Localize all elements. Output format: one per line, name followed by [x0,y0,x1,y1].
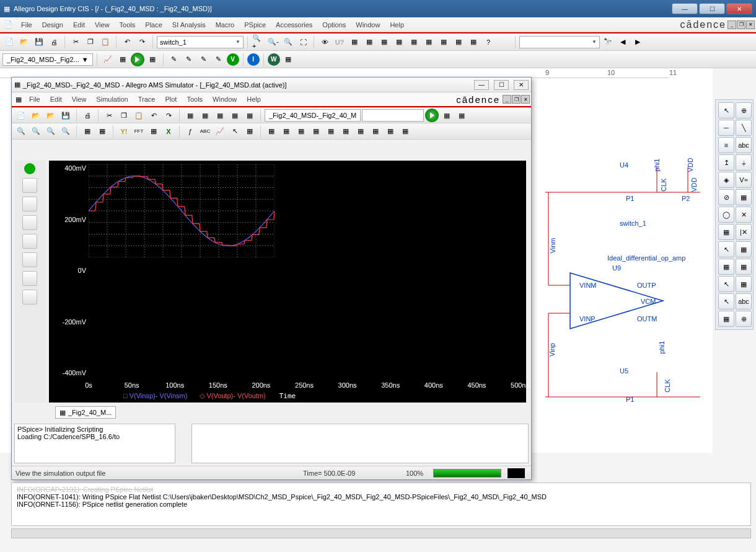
log-scrollbar[interactable] [11,528,751,538]
nav-prev-icon[interactable]: ◀ [616,35,630,49]
session-log[interactable]: INFO(ORCAP-2191): Creating PSpice Netlis… [11,483,751,526]
sim-fft-icon[interactable]: FFT [132,125,146,138]
sim-c8-icon[interactable]: ▦ [369,125,382,138]
wire-tool-icon[interactable]: ─ [718,120,734,136]
sim-lp-3[interactable] [22,215,37,230]
sim-mdi-min[interactable]: _ [503,95,511,104]
sim-menu-trace[interactable]: Trace [133,94,160,104]
netlist-icon[interactable]: ▦ [363,35,376,49]
menu-options[interactable]: Options [317,19,351,30]
sim-c1-icon[interactable]: ▦ [265,125,278,138]
sim-c2-icon[interactable]: ▦ [279,125,293,138]
undo-icon[interactable]: ↶ [120,35,134,49]
paste-icon[interactable]: 📋 [99,35,112,49]
sim-profile-combo[interactable]: _Fig2_40_MSD-_Fig2_40_M [265,109,361,122]
rect-tool-icon[interactable]: |✕ [736,224,752,240]
pal-e-icon[interactable]: ▦ [718,311,734,327]
mdi-restore[interactable]: ❐ [737,20,745,29]
sim-pause-icon[interactable]: ▦ [455,109,468,122]
sim-settings-icon[interactable]: ▦ [116,53,130,66]
sim-log-icon[interactable]: ▦ [81,125,94,138]
cut-icon[interactable]: ✂ [69,35,82,49]
sim-stop-icon[interactable]: ▦ [440,109,454,122]
print-icon[interactable]: 🖨 [47,35,61,49]
menu-edit[interactable]: Edit [68,19,90,30]
prop-icon[interactable]: ▦ [452,35,465,49]
nav-next-icon[interactable]: ▶ [631,35,644,49]
sim-lp-1[interactable] [22,178,37,193]
marker-w-icon[interactable]: W [268,53,280,66]
menu-tools[interactable]: Tools [115,19,141,30]
sim-paste-icon[interactable]: 📋 [132,109,146,122]
sim-save-icon[interactable]: 💾 [59,109,73,122]
menu-pspice[interactable]: PSpice [239,19,271,30]
zoom-in-icon[interactable]: 🔍+ [252,35,265,49]
menu-view[interactable]: View [90,19,115,30]
sim-t3-icon[interactable]: ▦ [213,109,227,122]
sim-zfit-icon[interactable]: 🔍 [59,125,73,138]
sim-perf-icon[interactable]: ▦ [147,125,160,138]
menu-accessories[interactable]: Accessories [271,19,317,30]
part-tool-icon[interactable]: ⊕ [736,102,752,118]
sim-t4-icon[interactable]: ▦ [228,109,242,122]
new-icon[interactable]: 📄 [2,35,16,49]
sim-zout-icon[interactable]: 🔍 [29,125,43,138]
help-icon[interactable]: ? [481,35,495,49]
sim-c3-icon[interactable]: ▦ [294,125,308,138]
u-icon[interactable]: U? [333,35,346,49]
sim-t1-icon[interactable]: ▦ [183,109,197,122]
search-combo[interactable]: ▼ [519,36,600,48]
sim-new-icon[interactable]: 📄 [14,109,28,122]
sim-cut-icon[interactable]: ✂ [102,109,116,122]
sim-expr-input[interactable] [362,109,424,122]
sim-watch-panel[interactable] [191,424,529,463]
sim-maximize-button[interactable]: ☐ [494,80,509,90]
poly-tool-icon[interactable]: ▦ [718,259,734,275]
sim-minimize-button[interactable]: — [474,80,489,90]
net-tool-icon[interactable]: ╲ [736,120,752,136]
menu-place[interactable]: Place [140,19,167,30]
annotate-icon[interactable]: 👁 [318,35,332,49]
sim-undo-icon[interactable]: ↶ [147,109,160,122]
sim-eval-icon[interactable]: ƒ [183,125,197,138]
maximize-button[interactable]: ☐ [699,3,725,14]
sim-c7-icon[interactable]: ▦ [354,125,367,138]
junction-tool-icon[interactable]: abc [736,137,752,153]
sim-trace-icon[interactable]: 📈 [213,125,227,138]
sim-zin-icon[interactable]: 🔍 [14,125,28,138]
sim-text-icon[interactable]: ABC [198,125,212,138]
sim-c10-icon[interactable]: ▦ [398,125,412,138]
sim-menu-help[interactable]: Help [242,94,266,104]
ground-tool-icon[interactable]: ⏚ [736,154,752,171]
zoom-out-icon[interactable]: 🔍- [266,35,280,49]
sim-open-icon[interactable]: 📂 [29,109,43,122]
save-icon[interactable]: 💾 [32,35,46,49]
redo-icon[interactable]: ↷ [135,35,149,49]
waveform-plot[interactable]: 400mV 200mV 0V -200mV -400mV 0s50ns100ns… [49,161,526,403]
mdi-minimize[interactable]: _ [727,20,736,29]
probe-i-icon[interactable]: ✎ [182,53,196,66]
grid-icon[interactable]: ▦ [407,35,421,49]
minimize-button[interactable]: — [672,3,698,14]
sim-run-button[interactable] [425,109,439,122]
menu-macro[interactable]: Macro [211,19,240,30]
marker-i-icon[interactable]: I [247,53,260,66]
pal-f-icon[interactable]: ⊕ [736,311,752,327]
offpage-tool-icon[interactable]: V≈ [736,172,752,188]
crossref-icon[interactable]: ▦ [392,35,406,49]
sim-c9-icon[interactable]: ▦ [384,125,397,138]
sim-mark-icon[interactable]: ▦ [243,125,257,138]
sim-lp-5[interactable] [22,252,37,267]
pin-tool-icon[interactable]: ◯ [718,207,734,223]
hierblock-tool-icon[interactable]: ▦ [736,189,752,205]
sim-zarea-icon[interactable]: 🔍 [44,125,58,138]
menu-window[interactable]: Window [351,19,385,30]
text-tool-icon[interactable]: ✕ [736,207,752,223]
sim-copy-icon[interactable]: ❐ [117,109,131,122]
pal-d-icon[interactable]: abc [736,293,752,309]
sim-redo-icon[interactable]: ↷ [162,109,175,122]
close-button[interactable]: ✕ [726,3,752,14]
view-results-icon[interactable]: ▦ [146,53,159,66]
sim-open2-icon[interactable]: 📂 [44,109,58,122]
sim-cursor-icon[interactable]: ↖ [228,125,242,138]
